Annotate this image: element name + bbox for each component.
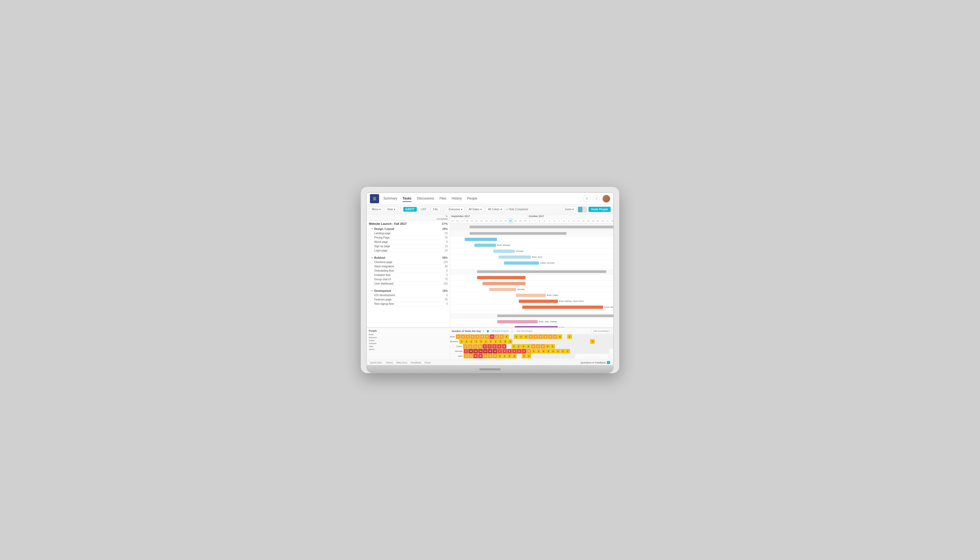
hide-completed-toggle[interactable]: ✓ Hide Completed (506, 208, 528, 211)
task-group-chat-ui[interactable]: Group chat UI 75 (367, 277, 450, 282)
cal-view-button[interactable]: CAL (430, 207, 440, 212)
legend-caleb-label: Caleb (369, 339, 375, 342)
gantt-bar-checkout[interactable] (477, 276, 525, 279)
avail-cell-ishmael-2: 12 (473, 349, 478, 353)
gantt-day-1: 1 (528, 218, 533, 223)
gantt-label-about: Ishmael (516, 250, 523, 252)
gantt-day-2: 2 (533, 218, 537, 223)
tab-files[interactable]: Files (440, 195, 447, 202)
help-icon-button[interactable]: ? (593, 195, 600, 202)
footer-link-feedback[interactable]: Feedback (411, 361, 422, 364)
avail-filter-project[interactable]: Just This Project (517, 330, 532, 332)
task-about-page[interactable]: About page 0 (367, 240, 450, 244)
gantt-day-3: 3 (537, 218, 542, 223)
collapse-arrow-design: ▼ (371, 228, 373, 230)
gantt-bar-features[interactable] (515, 326, 558, 327)
avail-title-chevron[interactable]: ▾ (483, 330, 484, 332)
gantt-bar-pricing[interactable] (474, 244, 496, 247)
avail-cell-brandon-31 (610, 339, 613, 344)
gantt-day-15: 15 (595, 218, 600, 223)
gantt-bar-about[interactable] (493, 250, 515, 253)
all-colors-filter[interactable]: All Colors ▾ (486, 207, 504, 212)
avail-cell-ishmael-9: 9 (507, 349, 512, 353)
footer-link-helpdocs[interactable]: Help Docs (396, 361, 407, 364)
gantt-row-signup: Brad, John (450, 254, 613, 260)
avail-cell-ishmael-24 (580, 349, 585, 353)
task-features-page[interactable]: Features page 35 (367, 298, 450, 302)
gantt-view-button[interactable]: GANTT (403, 207, 417, 212)
gantt-bar-landing[interactable] (465, 238, 497, 241)
gantt-bar-login[interactable] (504, 262, 539, 265)
avail-cell-brad-27 (587, 334, 592, 339)
task-slack-integration[interactable]: Slack integration 85 (367, 264, 450, 269)
gantt-day-10: 10 (571, 218, 576, 223)
tab-history[interactable]: History (452, 195, 462, 202)
footer-right[interactable]: Questions or Feedback ? (580, 361, 610, 364)
avail-cell-jake-2: 5 (473, 354, 478, 358)
list-view-button[interactable]: LIST (418, 207, 429, 212)
group-development[interactable]: ▼ Development 18% (367, 288, 450, 293)
group-design-layout[interactable]: ▼ Design / Layout 28% (367, 227, 450, 231)
task-pricing-page[interactable]: Pricing Page 35 (367, 235, 450, 240)
gantt-pane[interactable]: September 2017 October 2017 151617181920… (450, 214, 613, 327)
gantt-bar-signup[interactable] (498, 255, 531, 259)
avail-dot-project (512, 330, 514, 332)
group-development-label: Development (374, 289, 391, 292)
task-checkout-page[interactable]: Checkout page 100 (367, 260, 450, 264)
task-sign-up-page[interactable]: Sign up page 10 (367, 244, 450, 248)
gantt-bar-slack[interactable] (482, 282, 525, 285)
menu-button[interactable]: Menu ▾ (369, 207, 383, 212)
gantt-day-6: 6 (552, 218, 557, 223)
legend-brad: Brad (369, 333, 448, 336)
task-ios-development[interactable]: iOS development 0 (367, 293, 450, 298)
user-avatar[interactable] (603, 195, 610, 202)
hide-availability-button[interactable]: Hide Availability ▾ (591, 329, 612, 333)
everyone-filter[interactable]: Everyone ▾ (447, 207, 465, 212)
task-invitation-flow[interactable]: Invitation flow 0 (367, 273, 450, 277)
color-toggle-right[interactable] (582, 207, 587, 212)
task-onboarding-flow[interactable]: Onboarding flow 0 (367, 269, 450, 273)
avail-cell-brad-4: 3 (475, 334, 480, 339)
gantt-bar-invitation[interactable] (516, 294, 546, 297)
tab-summary[interactable]: Summary (383, 195, 397, 202)
all-dates-filter[interactable]: All Dates ▾ (466, 207, 484, 212)
gantt-bar-dashboard[interactable] (522, 305, 603, 309)
gantt-bar-ios[interactable] (497, 320, 538, 323)
view-button[interactable]: View ▾ (385, 207, 398, 212)
gantt-label-invitation: Brad, Caleb (547, 294, 558, 297)
tab-tasks[interactable]: Tasks (402, 195, 412, 202)
task-new-signup-flow[interactable]: New signup flow 0 (367, 302, 450, 306)
footer-link-videos[interactable]: Videos (385, 361, 393, 364)
tab-discussions[interactable]: Discussions (417, 195, 434, 202)
tab-people[interactable]: People (467, 195, 477, 202)
nav-logo[interactable]: ☰ (370, 194, 379, 203)
avail-cell-jake-19 (556, 354, 560, 358)
task-user-dashboard[interactable]: User dashboard 100 (367, 282, 450, 286)
gantt-day-18: 18 (465, 218, 470, 223)
gantt-day-16: 16 (455, 218, 460, 223)
avail-cell-brandon-7: 2 (493, 339, 498, 344)
gantt-row-about: Ishmael (450, 248, 613, 254)
group-buildout[interactable]: ▼ Buildout 68% (367, 255, 450, 260)
task-landing-page[interactable]: Landing page 50 (367, 231, 450, 235)
avail-cell-ishmael-26 (590, 349, 595, 353)
legend: Brad Brandon Caleb Ishmael Jake (369, 333, 448, 350)
zoom-button[interactable]: Zoom ▾ (562, 207, 576, 212)
avail-cell-ishmael-18: 1 (551, 349, 556, 353)
avail-cell-brandon-25 (580, 339, 585, 344)
gantt-days-row: 1516171819202122232425262728293012345678… (450, 218, 613, 223)
avail-cell-caleb-20 (560, 344, 565, 348)
task-login-page[interactable]: Login page 20 (367, 248, 450, 253)
avail-cell-ishmael-21: 1 (565, 349, 570, 353)
gantt-bar-groupchat[interactable] (519, 300, 558, 303)
avail-cell-brandon-19 (552, 339, 556, 344)
color-toggle-left[interactable] (578, 207, 582, 212)
gantt-bar-onboarding[interactable] (489, 288, 516, 291)
invite-people-button[interactable]: Invite People (588, 207, 611, 212)
avail-filter-all[interactable]: All Active Projects (492, 330, 509, 332)
avail-cell-ishmael-11: 9 (517, 349, 522, 353)
footer-link-share[interactable]: Share (424, 361, 431, 364)
group-divider-1 (367, 253, 450, 255)
avail-cell-jake-12: 1 (522, 354, 527, 358)
clock-icon-button[interactable]: ⏱ (583, 195, 590, 202)
